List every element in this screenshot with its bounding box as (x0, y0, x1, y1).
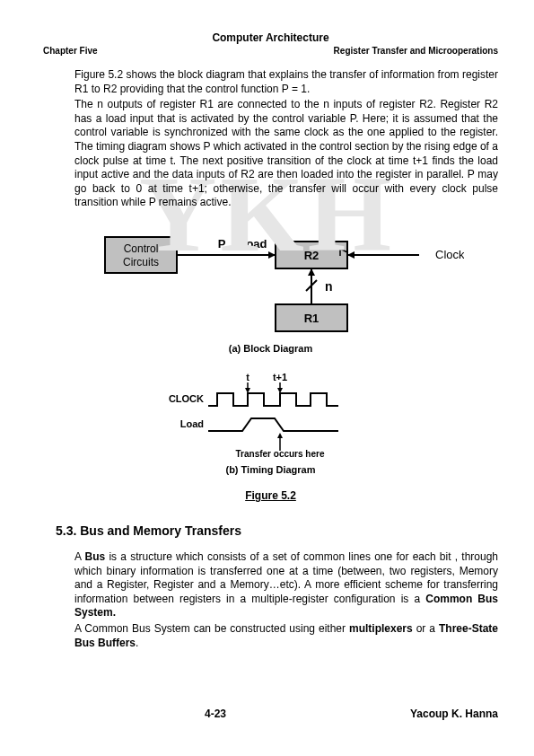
paragraph-3: A Bus is a structure which consists of a… (74, 550, 498, 620)
transfer-label: Transfer occurs here (235, 449, 324, 457)
r1-label: R1 (303, 312, 319, 325)
load-wave-label: Load (179, 418, 203, 429)
paragraph-4: A Common Bus System can be constructed u… (74, 622, 498, 650)
header-left: Chapter Five (43, 46, 98, 56)
paragraph-2: The n outputs of register R1 are connect… (74, 98, 498, 210)
t1-label: t+1 (272, 372, 286, 382)
svg-marker-15 (277, 433, 283, 438)
timing-diagram: t t+1 CLOCK Load Transfer occurs here (43, 372, 498, 457)
paragraph-1: Figure 5.2 shows the block diagram that … (74, 68, 498, 96)
author-name: Yacoup K. Hanna (410, 708, 498, 720)
caption-b: (b) Timing Diagram (43, 464, 498, 475)
section-heading: 5.3. Bus and Memory Transfers (56, 523, 498, 538)
n-label: n (325, 279, 333, 294)
doc-title: Computer Architecture (43, 31, 498, 44)
header-right: Register Transfer and Microoperations (334, 46, 498, 56)
clock-wave-label: CLOCK (168, 393, 203, 404)
t-label: t (246, 372, 249, 382)
figure-label: Figure 5.2 (43, 489, 498, 502)
caption-a: (a) Block Diagram (43, 343, 498, 354)
page-number: 4-23 (205, 708, 226, 720)
